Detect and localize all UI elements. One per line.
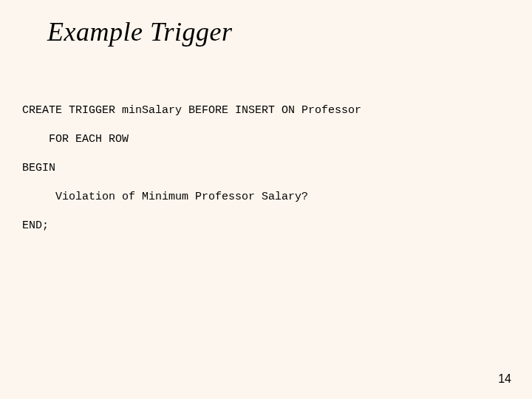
code-line-4: Violation of Minimum Professor Salary? xyxy=(22,191,308,203)
code-block: CREATE TRIGGER minSalary BEFORE INSERT O… xyxy=(22,89,361,233)
slide: Example Trigger CREATE TRIGGER minSalary… xyxy=(0,0,532,399)
code-line-5: END; xyxy=(22,219,49,232)
page-number: 14 xyxy=(498,372,511,386)
code-line-3: BEGIN xyxy=(22,162,55,174)
code-line-1: CREATE TRIGGER minSalary BEFORE INSERT O… xyxy=(22,104,361,117)
code-line-2: FOR EACH ROW xyxy=(22,133,129,146)
slide-title: Example Trigger xyxy=(47,16,232,47)
